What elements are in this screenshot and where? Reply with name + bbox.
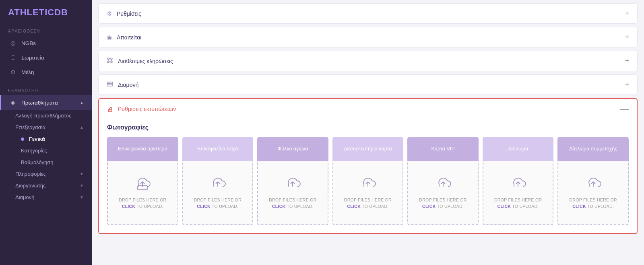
cloud-upload-icon: [134, 175, 151, 193]
acc-label: Απαιτείται: [117, 34, 625, 41]
photo-col-2: Φύλλο αγώνα DROP FILES HERE ORCLICK TO U…: [257, 137, 328, 225]
meli-icon: ⊙: [9, 68, 17, 76]
sidebar-sub-diorgan[interactable]: Διοργανωτής ▼: [0, 180, 92, 191]
active-dot: [21, 138, 24, 141]
print-label: Ρυθμίσεις εκτυπώσεων: [118, 106, 620, 112]
print-settings-section: 🖨 Ρυθμίσεις εκτυπώσεων — Φωτογραφίες Επι…: [98, 98, 638, 234]
svg-point-0: [107, 58, 109, 60]
sub-item-label: Κατηγορίες: [21, 148, 47, 154]
upload-text-2: DROP FILES HERE ORCLICK TO UPLOAD.: [269, 197, 316, 210]
accordion-diamoni[interactable]: Διαμονή +: [98, 74, 638, 95]
upload-zone-0[interactable]: DROP FILES HERE ORCLICK TO UPLOAD.: [107, 161, 178, 225]
protath-icon: ◈: [9, 99, 17, 106]
cloud-upload-icon: [584, 175, 602, 193]
logo-suffix: DB: [54, 7, 68, 17]
accordion-diathesimes[interactable]: Διαθέσιμες κληρώσεις +: [98, 51, 638, 71]
sidebar-sub-epexerg[interactable]: Επεξεργασία ▲: [0, 121, 92, 133]
photo-header-3: Διαπιστευτήρια κάρτα: [332, 137, 404, 161]
divider: [0, 81, 92, 81]
chevron-up-icon: ▲: [80, 125, 84, 129]
accordion-rythmiseis[interactable]: ⚙ Ρυθμίσεις +: [98, 3, 638, 24]
upload-text-0: DROP FILES HERE ORCLICK TO UPLOAD.: [119, 197, 166, 210]
photo-header-6: Δίπλωμα συμμετοχής: [557, 137, 629, 161]
sub-item-label: Αλλαγή πρωταθλήματος: [15, 113, 71, 119]
expand-icon: +: [625, 9, 629, 18]
collapse-icon: —: [620, 105, 629, 113]
acc-label: Ρυθμίσεις: [117, 10, 625, 17]
photo-header-5: Δίπλωμα: [483, 137, 554, 161]
sidebar-item-label: NGBs: [21, 40, 36, 46]
settings-icon: ⚙: [107, 10, 112, 17]
upload-zone-5[interactable]: DROP FILES HERE ORCLICK TO UPLOAD.: [483, 161, 554, 225]
sidebar-item-label: Μέλη: [21, 69, 34, 75]
upload-text-4: DROP FILES HERE ORCLICK TO UPLOAD.: [419, 197, 466, 210]
expand-icon: +: [625, 80, 629, 89]
cloud-upload-icon: [284, 175, 301, 193]
sidebar-sub-vathm[interactable]: Βαθμολόγηση: [0, 156, 92, 168]
svg-point-2: [107, 61, 109, 63]
sub-item-label: Γενικά: [29, 136, 45, 142]
upload-zone-6[interactable]: DROP FILES HERE ORCLICK TO UPLOAD.: [557, 161, 629, 225]
sidebar-sub-allagi[interactable]: Αλλαγή πρωταθλήματος: [0, 110, 92, 121]
photo-header-4: Κάρτα VIP: [407, 137, 479, 161]
upload-zone-1[interactable]: DROP FILES HERE ORCLICK TO UPLOAD.: [182, 161, 254, 225]
cloud-upload-icon: [359, 175, 377, 193]
logo-text: ATHLETICDB: [8, 7, 68, 18]
chevron-down-icon: ▼: [80, 172, 84, 176]
print-icon: 🖨: [107, 106, 113, 113]
svg-point-9: [109, 83, 109, 84]
cloud-upload-icon: [509, 175, 527, 193]
photo-col-1: Επικεφαλίδα δεξιά DROP FILES HERE ORCLIC…: [182, 137, 254, 225]
sidebar-sub-plirofor[interactable]: Πληροφορίες ▼: [0, 168, 92, 180]
upload-text-1: DROP FILES HERE ORCLICK TO UPLOAD.: [194, 197, 242, 210]
sub-item-label: Διαμονή: [15, 194, 35, 200]
cloud-upload-icon: [434, 175, 452, 193]
bed-icon: [107, 81, 113, 88]
main-content: ⚙ Ρυθμίσεις + ◉ Απαιτείται + Διαθέσιμες …: [92, 0, 644, 265]
sidebar-item-meli[interactable]: ⊙ Μέλη: [0, 65, 92, 79]
photo-col-4: Κάρτα VIP DROP FILES HERE ORCLICK TO UPL…: [407, 137, 479, 225]
section-label-arxeio: ΑΡΧΕΙΟΘΕΣΗ: [0, 23, 92, 36]
acc-label: Διαθέσιμες κληρώσεις: [118, 58, 625, 64]
expand-icon: +: [625, 57, 629, 65]
chevron-down-icon: ▲: [80, 101, 84, 105]
chevron-down-icon: ▼: [80, 183, 84, 188]
logo-prefix: ATHLETIC: [8, 7, 54, 17]
sidebar-sub-diamoni[interactable]: Διαμονή ▼: [0, 191, 92, 203]
sub-item-label: Διοργανωτής: [15, 183, 45, 189]
cloud-upload-icon: [209, 175, 227, 193]
sub-item-label: Βαθμολόγηση: [21, 159, 53, 165]
section-label-ekdil: ΕΚΔΗΛΩΣΕΙΣ: [0, 83, 92, 95]
photo-col-5: Δίπλωμα DROP FILES HERE ORCLICK TO UPLOA…: [483, 137, 554, 225]
sidebar-item-somateio[interactable]: ⬡ Σωματεία: [0, 50, 92, 65]
photos-title: Φωτογραφίες: [107, 124, 629, 131]
photo-col-6: Δίπλωμα συμμετοχής DROP FILES HERE ORCLI…: [557, 137, 629, 225]
upload-zone-4[interactable]: DROP FILES HERE ORCLICK TO UPLOAD.: [407, 161, 479, 225]
print-section-header[interactable]: 🖨 Ρυθμίσεις εκτυπώσεων —: [99, 99, 637, 119]
sidebar-sub-genika[interactable]: Γενικά: [0, 133, 92, 145]
sidebar-item-ngbs[interactable]: ◎ NGBs: [0, 36, 92, 50]
photo-col-3: Διαπιστευτήρια κάρτα DROP FILES HERE ORC…: [332, 137, 404, 225]
photo-col-0: Επικεφαλίδα αριστερά DROP FILES HERE ORC…: [107, 137, 178, 225]
sidebar-item-label: Σωματεία: [21, 55, 44, 61]
sub-item-label: Επεξεργασία: [15, 124, 45, 130]
somateio-icon: ⬡: [9, 54, 17, 61]
required-icon: ◉: [107, 34, 112, 41]
upload-text-6: DROP FILES HERE ORCLICK TO UPLOAD.: [570, 197, 617, 210]
upload-text-5: DROP FILES HERE ORCLICK TO UPLOAD.: [494, 197, 542, 210]
sidebar-logo: ATHLETICDB: [0, 0, 92, 23]
sidebar: ATHLETICDB ΑΡΧΕΙΟΘΕΣΗ ◎ NGBs ⬡ Σωματεία …: [0, 0, 92, 265]
upload-zone-2[interactable]: DROP FILES HERE ORCLICK TO UPLOAD.: [257, 161, 328, 225]
acc-label: Διαμονή: [118, 82, 625, 88]
photo-header-1: Επικεφαλίδα δεξιά: [182, 137, 254, 161]
sidebar-item-label: Πρωταθλήματα: [21, 100, 58, 106]
sidebar-item-protath[interactable]: ◈ Πρωταθλήματα ▲: [0, 95, 92, 110]
chevron-down-icon: ▼: [80, 195, 84, 199]
sidebar-sub-kateg[interactable]: Κατηγορίες: [0, 145, 92, 156]
photos-container: Φωτογραφίες Επικεφαλίδα αριστερά: [99, 119, 637, 233]
upload-zone-3[interactable]: DROP FILES HERE ORCLICK TO UPLOAD.: [332, 161, 404, 225]
sub-item-label: Πληροφορίες: [15, 171, 46, 177]
accordion-apaiteitai[interactable]: ◉ Απαιτείται +: [98, 27, 638, 47]
expand-icon: +: [625, 33, 629, 41]
svg-point-3: [111, 61, 112, 63]
